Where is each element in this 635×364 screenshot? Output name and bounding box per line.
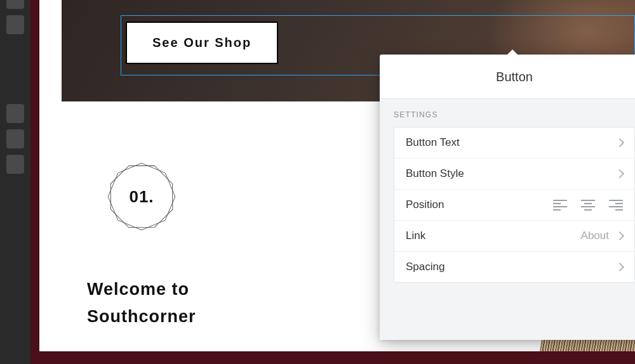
row-label: Spacing <box>406 261 444 273</box>
popover-title: Button <box>380 55 635 98</box>
section-number-badge: 01. <box>104 159 180 235</box>
button-settings-popover: Button SETTINGS Button Text Button Style… <box>380 55 635 340</box>
row-label: Link <box>406 230 425 242</box>
row-label: Button Style <box>406 167 464 180</box>
editor-canvas: See Our Shop 01. Welcome to Southcorner … <box>39 0 635 351</box>
chevron-right-icon <box>615 231 624 240</box>
row-label: Position <box>406 198 444 211</box>
row-label: Button Text <box>406 136 460 149</box>
badge-number: 01. <box>104 159 180 235</box>
align-right-icon[interactable] <box>609 199 623 211</box>
welcome-heading: Welcome to Southcorner <box>87 276 196 330</box>
link-value: About <box>581 230 609 242</box>
settings-section-label: SETTINGS <box>394 110 635 119</box>
row-link[interactable]: Link About <box>394 221 634 252</box>
row-button-style[interactable]: Button Style <box>394 159 634 190</box>
welcome-line1: Welcome to <box>87 276 196 303</box>
align-left-icon[interactable] <box>553 199 567 211</box>
rail-item[interactable] <box>6 155 24 174</box>
alignment-group <box>553 199 623 211</box>
rail-item[interactable] <box>6 0 24 9</box>
row-position: Position <box>394 190 634 221</box>
app-left-rail <box>0 0 30 364</box>
see-our-shop-button[interactable]: See Our Shop <box>126 22 278 64</box>
welcome-line2: Southcorner <box>87 303 196 330</box>
rail-item[interactable] <box>6 15 24 34</box>
chevron-right-icon <box>615 169 624 178</box>
chevron-right-icon <box>615 138 624 147</box>
settings-list: Button Text Button Style Position <box>394 127 635 283</box>
row-spacing[interactable]: Spacing <box>394 252 634 282</box>
rail-item[interactable] <box>6 129 24 148</box>
row-button-text[interactable]: Button Text <box>394 127 634 159</box>
rail-item[interactable] <box>6 104 24 123</box>
chevron-right-icon <box>615 263 624 271</box>
popover-body: SETTINGS Button Text Button Style Positi… <box>380 98 635 340</box>
align-center-icon[interactable] <box>581 199 595 211</box>
